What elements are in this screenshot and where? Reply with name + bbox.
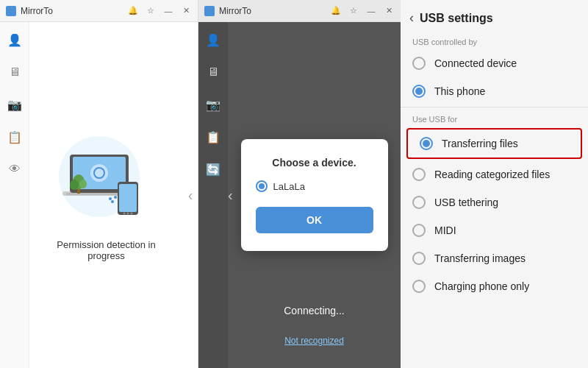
close-btn-panel2[interactable]: ✕ — [383, 6, 395, 15]
panel2-body: 👤 🖥 📷 📋 🔄 Choose a device. LaLaLa OK — [198, 22, 401, 368]
star-icon-panel2[interactable]: ☆ — [348, 6, 359, 15]
radio-this-phone[interactable] — [412, 85, 426, 98]
sidebar-icon-user[interactable]: 👤 — [4, 29, 25, 50]
sidebar2-icon-screen[interactable]: 🖥 — [203, 62, 223, 82]
usb-option-transferring-images[interactable]: Transferring images — [401, 244, 588, 272]
radio-reading-categorized[interactable] — [412, 168, 426, 181]
panel2-main-content: Choose a device. LaLaLa OK Connecting...… — [228, 22, 401, 368]
back-icon-usb[interactable]: ‹ — [409, 10, 414, 26]
radio-transferring-images[interactable] — [412, 252, 426, 265]
this-phone-text: This phone — [434, 85, 485, 97]
svg-point-15 — [70, 180, 79, 190]
sidebar2-icon-user[interactable]: 👤 — [203, 29, 223, 50]
svg-point-18 — [114, 196, 117, 199]
sidebar-panel1: 👤 🖥 📷 📋 👁 — [0, 22, 29, 368]
panel3-usb-settings: ‹ USB settings USB controlled by Connect… — [401, 0, 588, 368]
sidebar2-icon-refresh[interactable]: 🔄 — [203, 159, 223, 180]
radio-inner — [259, 183, 265, 189]
titlebar-panel2: MirrorTo 🔔 ☆ — ✕ — [198, 0, 401, 22]
connected-device-text: Connected device — [434, 57, 517, 69]
sidebar-panel2: 👤 🖥 📷 📋 🔄 — [198, 22, 228, 368]
svg-point-11 — [126, 213, 129, 215]
sidebar-icon-screen[interactable]: 🖥 — [4, 62, 25, 82]
minimize-btn-panel1[interactable]: — — [162, 7, 174, 15]
transferring-files-text: Transferring files — [442, 138, 518, 149]
divider-1 — [401, 107, 588, 107]
reading-categorized-text: Reading categorized files — [434, 169, 550, 180]
usb-option-charging-phone[interactable]: Charging phone only — [401, 272, 588, 300]
panel2-mirrorto-connecting: MirrorTo 🔔 ☆ — ✕ 👤 🖥 📷 📋 🔄 Choose a devi… — [198, 0, 401, 368]
midi-text: MIDI — [434, 224, 456, 236]
sidebar-icon-camera[interactable]: 📷 — [4, 94, 25, 115]
back-arrow-panel1[interactable]: ‹ — [183, 22, 198, 368]
sidebar2-icon-clipboard[interactable]: 📋 — [203, 127, 223, 147]
dialog-ok-button[interactable]: OK — [256, 207, 373, 233]
radio-this-phone-inner — [415, 88, 423, 95]
notification-icon-panel2[interactable]: 🔔 — [330, 6, 342, 15]
panel1-main-content: Permission detection in progress — [29, 22, 183, 368]
laptop-phone-illustration — [48, 129, 165, 224]
radio-transferring-files-inner — [423, 140, 430, 147]
choose-device-dialog: Choose a device. LaLaLa OK — [241, 139, 388, 251]
radio-connected-device[interactable] — [412, 57, 426, 70]
radio-charging-phone[interactable] — [412, 280, 426, 293]
svg-rect-9 — [119, 184, 137, 212]
svg-point-5 — [90, 164, 108, 182]
svg-point-10 — [123, 213, 125, 215]
dialog-device-option[interactable]: LaLaLa — [256, 180, 373, 192]
transferring-images-text: Transferring images — [434, 252, 526, 264]
titlebar-title-panel2: MirrorTo — [219, 6, 251, 16]
usb-option-reading-categorized[interactable]: Reading categorized files — [401, 160, 588, 188]
device-name-lalala: LaLaLa — [273, 181, 305, 192]
radio-midi[interactable] — [412, 224, 426, 237]
close-btn-panel1[interactable]: ✕ — [180, 6, 192, 15]
radio-usb-tethering[interactable] — [412, 196, 426, 209]
sidebar2-icon-camera[interactable]: 📷 — [203, 94, 223, 115]
svg-point-16 — [79, 180, 87, 188]
minimize-btn-panel2[interactable]: — — [365, 7, 377, 15]
titlebar-left-panel1: MirrorTo — [6, 6, 53, 16]
usb-option-this-phone[interactable]: This phone — [401, 77, 588, 105]
titlebar-controls-panel1: 🔔 ☆ — ✕ — [127, 6, 192, 15]
dialog-overlay: Choose a device. LaLaLa OK — [228, 22, 401, 368]
svg-rect-0 — [7, 7, 15, 15]
usb-option-transferring-files[interactable]: Transferring files — [406, 128, 582, 159]
usb-option-usb-tethering[interactable]: USB tethering — [401, 188, 588, 216]
permission-detection-text: Permission detection in progress — [44, 239, 168, 261]
titlebar-controls-panel2: 🔔 ☆ — ✕ — [330, 6, 395, 15]
usb-option-midi[interactable]: MIDI — [401, 216, 588, 244]
app-icon-panel1 — [6, 6, 16, 16]
svg-rect-20 — [206, 7, 213, 15]
usb-settings-title: USB settings — [420, 12, 493, 25]
charging-phone-text: Charging phone only — [434, 280, 529, 292]
panel1-body: 👤 🖥 📷 📋 👁 — [0, 22, 198, 368]
usb-tethering-text: USB tethering — [434, 197, 498, 208]
usb-option-connected-device[interactable]: Connected device — [401, 49, 588, 77]
svg-point-12 — [130, 213, 132, 215]
star-icon-panel1[interactable]: ☆ — [145, 6, 157, 15]
dialog-title: Choose a device. — [256, 157, 373, 169]
device-radio-selected[interactable] — [256, 180, 268, 192]
app-icon-panel2 — [204, 6, 215, 16]
titlebar-panel1: MirrorTo 🔔 ☆ — ✕ — [0, 0, 198, 22]
usb-controlled-label: USB controlled by — [401, 33, 588, 49]
radio-transferring-files[interactable] — [420, 137, 433, 150]
svg-point-19 — [111, 200, 114, 203]
use-usb-label: Use USB for — [401, 109, 588, 127]
sidebar-icon-clipboard[interactable]: 📋 — [4, 127, 25, 147]
notification-icon-panel1[interactable]: 🔔 — [127, 6, 139, 15]
panel1-mirrorto-left: MirrorTo 🔔 ☆ — ✕ 👤 🖥 📷 📋 👁 — [0, 0, 198, 368]
titlebar-title-panel1: MirrorTo — [21, 6, 53, 16]
sidebar-icon-eye[interactable]: 👁 — [4, 159, 25, 180]
svg-point-17 — [109, 197, 112, 200]
titlebar-left-panel2: MirrorTo — [204, 6, 251, 16]
usb-settings-header: ‹ USB settings — [401, 0, 588, 33]
